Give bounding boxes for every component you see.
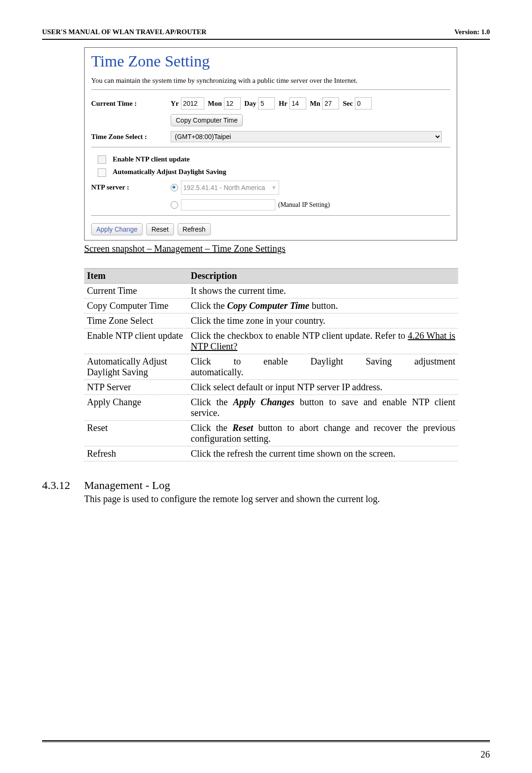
table-cell: Copy Computer Time	[84, 298, 188, 313]
mon-label: Mon	[208, 100, 222, 108]
th-desc: Description	[188, 268, 458, 283]
screenshot-caption: Screen snapshot – Management – Time Zone…	[84, 243, 458, 254]
divider	[91, 215, 450, 216]
ntp-manual-input[interactable]	[181, 199, 275, 211]
th-item: Item	[84, 268, 188, 283]
apply-change-button[interactable]: Apply Change	[91, 223, 143, 235]
footer-rule-thin	[42, 742, 490, 742]
yr-label: Yr	[171, 100, 179, 108]
mon-input[interactable]	[224, 97, 241, 109]
table-cell: Time Zone Select	[84, 313, 188, 328]
adjust-dst-label: Automatically Adjust Daylight Saving	[113, 168, 226, 175]
description-table: Item Description Current Time It shows t…	[84, 268, 458, 461]
section-number: 4.3.12	[42, 479, 79, 492]
table-cell: Current Time	[84, 283, 188, 298]
doc-header-left: USER'S MANUAL OF WLAN TRAVEL AP/ROUTER	[42, 28, 207, 36]
current-time-label: Current Time :	[91, 100, 171, 108]
table-cell: Enable NTP client update	[84, 328, 188, 354]
table-cell: NTP Server	[84, 379, 188, 394]
reset-button[interactable]: Reset	[146, 223, 174, 235]
table-cell: Click the refresh the current time shown…	[188, 446, 458, 461]
screenshot-title: Time Zone Setting	[91, 52, 450, 70]
hr-label: Hr	[279, 100, 287, 108]
sec-label: Sec	[343, 100, 353, 108]
hr-input[interactable]	[289, 97, 306, 109]
table-cell: It shows the current time.	[188, 283, 458, 298]
refresh-button[interactable]: Refresh	[178, 223, 211, 235]
screenshot-desc: You can maintain the system time by sync…	[91, 77, 450, 85]
section-title: Management - Log	[84, 479, 170, 492]
page-number: 26	[481, 749, 490, 760]
header-rule	[42, 39, 490, 40]
table-cell: Refresh	[84, 446, 188, 461]
day-label: Day	[244, 100, 257, 108]
mn-label: Mn	[310, 100, 321, 108]
mn-input[interactable]	[322, 97, 339, 109]
ntp-manual-radio[interactable]	[171, 201, 178, 209]
table-cell: Click the Apply Changes button to save a…	[188, 394, 458, 420]
enable-ntp-checkbox[interactable]	[98, 155, 106, 164]
ntp-preset-value: 192.5.41.41 - North America	[183, 184, 265, 191]
ntp-preset-select[interactable]: 192.5.41.41 - North America ▼	[181, 181, 279, 195]
footer-rule	[42, 740, 490, 741]
yr-input[interactable]	[181, 97, 204, 109]
sec-input[interactable]	[355, 97, 372, 109]
table-cell: Click the time zone in your country.	[188, 313, 458, 328]
divider	[91, 89, 450, 90]
table-cell: Automatically Adjust Daylight Saving	[84, 354, 188, 379]
table-cell: Reset	[84, 420, 188, 446]
divider	[91, 147, 450, 147]
timezone-select[interactable]: (GMT+08:00)Taipei	[171, 131, 442, 142]
day-input[interactable]	[258, 97, 275, 109]
table-cell: Click the Copy Computer Time button.	[188, 298, 458, 313]
table-cell: Click to enable Daylight Saving adjustme…	[188, 354, 458, 379]
doc-header-right: Version: 1.0	[454, 28, 490, 36]
table-cell: Click the checkbox to enable NTP client …	[188, 328, 458, 354]
ntp-preset-radio[interactable]	[171, 184, 178, 191]
screenshot-panel: Time Zone Setting You can maintain the s…	[84, 47, 457, 241]
tz-label: Time Zone Select :	[91, 133, 171, 141]
table-cell: Click select default or input NTP server…	[188, 379, 458, 394]
enable-ntp-label: Enable NTP client update	[113, 155, 190, 163]
ntp-server-label: NTP server :	[91, 183, 171, 191]
chevron-down-icon: ▼	[271, 184, 277, 191]
copy-computer-time-button[interactable]: Copy Computer Time	[171, 114, 243, 126]
section-body: This page is used to configure the remot…	[84, 494, 458, 504]
adjust-dst-checkbox[interactable]	[98, 168, 106, 177]
ntp-manual-label: (Manual IP Setting)	[278, 201, 330, 209]
table-cell: Click the Reset button to abort change a…	[188, 420, 458, 446]
table-cell: Apply Change	[84, 394, 188, 420]
